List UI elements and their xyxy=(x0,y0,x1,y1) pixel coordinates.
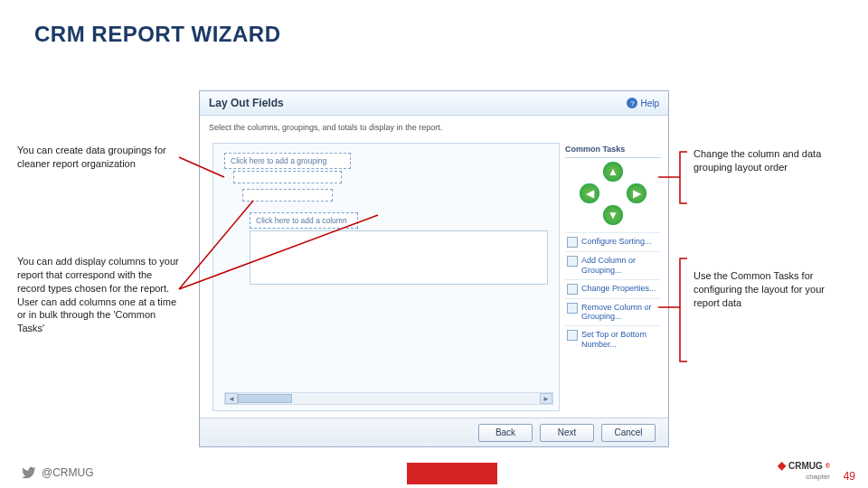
common-tasks-heading: Common Tasks xyxy=(565,143,661,158)
wizard-button-bar: Back Next Cancel xyxy=(200,418,668,446)
reorder-arrow-pad: ▲ ◀ ▶ ▼ xyxy=(572,162,654,225)
grouping-dropzone[interactable]: Click here to add a grouping xyxy=(224,153,351,169)
scroll-left-icon[interactable]: ◄ xyxy=(225,393,238,404)
column-dropzone[interactable]: Click here to add a column xyxy=(250,212,358,229)
panel-header: Lay Out Fields ? Help xyxy=(200,91,668,116)
scroll-right-icon[interactable]: ► xyxy=(540,393,552,404)
registered-icon: ® xyxy=(826,463,830,469)
back-button[interactable]: Back xyxy=(478,424,533,442)
cube-icon: ◆ xyxy=(778,459,786,472)
move-up-button[interactable]: ▲ xyxy=(603,162,623,182)
handle-text: @CRMUG xyxy=(42,466,94,479)
panel-body: Select the columns, groupings, and total… xyxy=(200,116,668,417)
move-right-button[interactable]: ▶ xyxy=(627,183,646,203)
callout-common-tasks: Use the Common Tasks for configuring the… xyxy=(693,269,852,310)
next-button[interactable]: Next xyxy=(540,424,594,442)
report-content-area xyxy=(250,230,548,285)
callout-groupings: You can create data groupings for cleane… xyxy=(17,144,180,171)
task-icon xyxy=(567,303,578,314)
panel-title: Lay Out Fields xyxy=(209,97,284,109)
help-link[interactable]: ? Help xyxy=(627,98,659,108)
wizard-panel: Lay Out Fields ? Help Select the columns… xyxy=(199,90,669,447)
twitter-handle: @CRMUG xyxy=(22,465,94,480)
twitter-icon xyxy=(22,465,36,480)
task-configure-sorting[interactable]: Configure Sorting... xyxy=(565,232,661,251)
footer-red-block xyxy=(407,463,497,484)
help-label: Help xyxy=(640,99,659,108)
page-number: 49 xyxy=(844,470,855,483)
task-icon xyxy=(567,256,578,267)
task-set-top-bottom[interactable]: Set Top or Bottom Number... xyxy=(565,325,661,353)
slide-title: CRM REPORT WIZARD xyxy=(34,22,280,47)
task-label: Add Column or Grouping... xyxy=(581,256,659,276)
move-down-button[interactable]: ▼ xyxy=(603,205,623,225)
task-icon xyxy=(567,330,578,341)
brand-text: CRMUG xyxy=(788,461,823,471)
common-tasks-pane: Common Tasks ▲ ◀ ▶ ▼ Configure Sorting..… xyxy=(565,143,661,353)
task-change-properties[interactable]: Change Properties... xyxy=(565,279,661,298)
horizontal-scrollbar[interactable]: ◄ ► xyxy=(224,392,553,405)
scroll-thumb[interactable] xyxy=(238,394,292,403)
task-add-column[interactable]: Add Column or Grouping... xyxy=(565,251,661,279)
task-icon xyxy=(567,237,578,248)
task-label: Set Top or Bottom Number... xyxy=(581,330,659,350)
grouping-dropzone-2[interactable] xyxy=(233,171,342,183)
layout-canvas: Click here to add a grouping Click here … xyxy=(212,143,560,411)
callout-arrows: Change the column and data grouping layo… xyxy=(693,147,852,174)
move-left-button[interactable]: ◀ xyxy=(580,183,599,203)
task-label: Remove Column or Grouping... xyxy=(581,303,659,323)
task-remove-column[interactable]: Remove Column or Grouping... xyxy=(565,298,661,326)
task-icon xyxy=(567,284,578,295)
chapter-label: chapter xyxy=(806,473,830,481)
brand-logo: ◆ CRMUG® xyxy=(778,459,830,472)
panel-description: Select the columns, groupings, and total… xyxy=(209,123,659,132)
task-label: Configure Sorting... xyxy=(581,237,652,247)
callout-columns: You can add display columns to your repo… xyxy=(17,255,180,335)
task-label: Change Properties... xyxy=(581,284,656,294)
help-icon: ? xyxy=(627,98,637,108)
grouping-dropzone-3[interactable] xyxy=(242,189,333,202)
cancel-button[interactable]: Cancel xyxy=(601,424,656,442)
slide-footer: @CRMUG ◆ CRMUG® chapter 49 xyxy=(0,457,868,488)
